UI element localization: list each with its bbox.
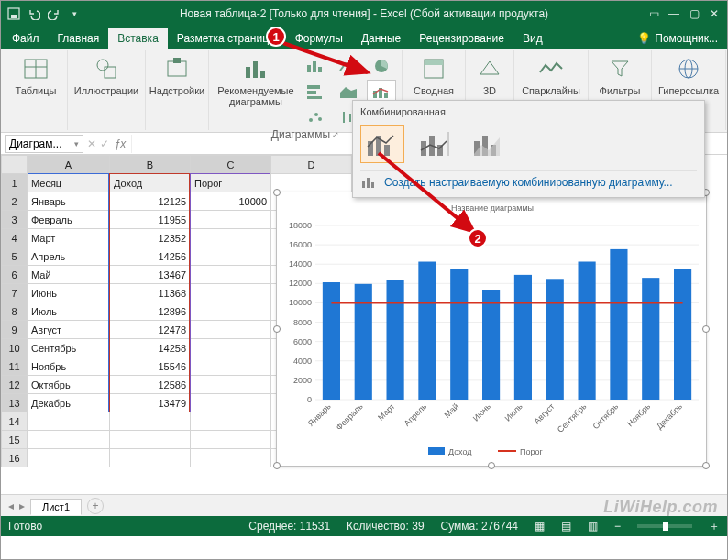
new-sheet-icon[interactable]: + [87,498,104,514]
row-header[interactable]: 2 [2,192,28,211]
view-break-icon[interactable]: ▥ [588,520,598,533]
tab-view[interactable]: Вид [513,28,552,49]
row-header[interactable]: 4 [2,229,28,247]
tables-button[interactable]: Таблицы [10,52,61,96]
save-icon[interactable] [6,6,21,21]
illustrations-button[interactable]: Иллюстрации [73,52,139,96]
cell[interactable]: 12896 [110,302,191,321]
recommended-charts-button[interactable]: Рекомендуемые диаграммы [215,52,297,107]
addins-button[interactable]: Надстройки [151,52,203,96]
enter-icon[interactable]: ✓ [100,137,109,150]
combo-option-2[interactable] [414,125,458,163]
tab-review[interactable]: Рецензирование [410,28,513,49]
cell[interactable] [191,266,271,284]
scatter-chart-button[interactable] [301,105,330,129]
tab-insert[interactable]: Вставка [108,28,168,49]
cell[interactable]: 13467 [110,266,191,284]
cell[interactable]: Январь [28,192,110,211]
cell[interactable] [271,174,352,192]
cell[interactable] [191,431,271,449]
fx-icon[interactable]: ƒx [113,137,127,150]
pivotchart-button[interactable]: Сводная [408,52,459,96]
row-header[interactable]: 1 [2,174,28,192]
row-header[interactable]: 8 [2,302,28,321]
cell[interactable]: 11955 [110,211,191,229]
cell[interactable]: Сентябрь [28,339,110,357]
filters-button[interactable]: Фильтры [594,52,645,96]
zoom-out-icon[interactable]: − [614,520,621,533]
cell[interactable]: 12352 [110,229,191,247]
cell[interactable] [191,357,271,376]
cell[interactable]: Март [28,229,110,247]
row-header[interactable]: 9 [2,321,28,339]
cell[interactable]: Май [28,266,110,284]
cell[interactable]: 10000 [191,192,271,211]
cell[interactable] [191,284,271,302]
col-C[interactable]: C [191,156,271,174]
row-header[interactable]: 12 [2,376,28,394]
row-header[interactable]: 15 [2,431,28,449]
embedded-chart[interactable]: Название диаграммы0200040006000800010000… [276,192,707,467]
cell[interactable] [191,302,271,321]
tab-formulas[interactable]: Формулы [286,28,352,49]
cell[interactable]: 14258 [110,339,191,357]
sheet-tab[interactable]: Лист1 [30,499,82,515]
col-A[interactable]: A [28,156,110,174]
cancel-icon[interactable]: ✕ [87,137,96,150]
cell[interactable] [191,376,271,394]
combo-option-3[interactable] [467,125,511,163]
redo-icon[interactable] [47,6,61,21]
cell[interactable]: 12125 [110,192,191,211]
cell[interactable] [191,211,271,229]
pie-chart-button[interactable] [367,54,396,78]
col-D[interactable]: D [271,156,352,174]
tab-file[interactable]: Файл [3,28,49,49]
worksheet[interactable]: A B C D E F G H 1МесяцДоходПорог2Январь1… [1,155,727,494]
column-chart-button[interactable] [301,54,330,78]
bar-chart-button[interactable] [301,80,330,104]
qat-more-icon[interactable]: ▾ [67,6,82,21]
ribbon-options-icon[interactable]: ▭ [646,6,661,21]
cell[interactable] [191,412,271,431]
row-header[interactable]: 10 [2,339,28,357]
minimize-icon[interactable]: — [667,6,681,21]
view-normal-icon[interactable]: ▦ [535,520,545,533]
cell[interactable]: 13479 [110,394,191,412]
cell[interactable] [191,229,271,247]
row-header[interactable]: 16 [2,449,28,467]
cell[interactable]: Порог [191,174,271,192]
dialog-launcher-icon[interactable]: ⤢ [332,130,339,139]
name-box[interactable]: Диаграм...▾ [5,135,83,153]
row-header[interactable]: 14 [2,412,28,431]
hyperlink-button[interactable]: Гиперссылка [657,52,720,96]
cell[interactable] [191,247,271,266]
row-header[interactable]: 3 [2,211,28,229]
cell[interactable] [191,339,271,357]
cell[interactable]: Доход [110,174,191,192]
tab-data[interactable]: Данные [352,28,410,49]
cell[interactable]: Февраль [28,211,110,229]
cell[interactable]: Апрель [28,247,110,266]
tell-me[interactable]: 💡Помощник... [628,28,727,49]
view-layout-icon[interactable]: ▤ [561,520,571,533]
row-header[interactable]: 13 [2,394,28,412]
cell[interactable] [191,394,271,412]
cell[interactable] [191,321,271,339]
combo-option-1[interactable] [360,125,404,163]
cell[interactable]: 12586 [110,376,191,394]
chevron-down-icon[interactable]: ▾ [74,139,79,148]
col-B[interactable]: B [110,156,191,174]
cell[interactable] [110,431,191,449]
row-header[interactable]: 5 [2,247,28,266]
cell[interactable] [110,449,191,467]
cell[interactable] [110,412,191,431]
maximize-icon[interactable]: ▢ [687,6,701,21]
row-header[interactable]: 7 [2,284,28,302]
cell[interactable] [28,431,110,449]
cell[interactable]: Октябрь [28,376,110,394]
cell[interactable]: Месяц [28,174,110,192]
cell[interactable]: 15546 [110,357,191,376]
zoom-in-icon[interactable]: ＋ [709,519,720,534]
sparklines-button[interactable]: Спарклайны [520,52,582,96]
cell[interactable]: Июнь [28,284,110,302]
